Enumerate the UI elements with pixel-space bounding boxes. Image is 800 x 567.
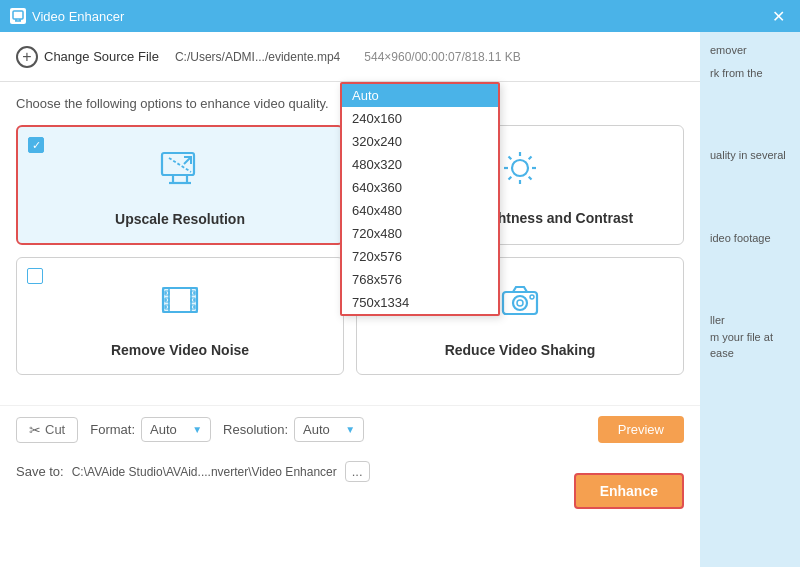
upscale-label: Upscale Resolution xyxy=(30,211,330,227)
dropdown-item-240x160[interactable]: 240x160 xyxy=(342,107,498,130)
preview-button[interactable]: Preview xyxy=(598,416,684,443)
change-source-label: Change Source File xyxy=(44,49,159,64)
resolution-value: Auto xyxy=(303,422,330,437)
format-select[interactable]: Auto ▼ xyxy=(141,417,211,442)
resolution-group: Resolution: Auto ▼ xyxy=(223,417,364,442)
file-meta: 544×960/00:00:07/818.11 KB xyxy=(364,50,520,64)
svg-line-18 xyxy=(509,176,512,179)
svg-point-36 xyxy=(517,300,523,306)
dropdown-item-480x320[interactable]: 480x320 xyxy=(342,153,498,176)
save-path: C:\AVAide Studio\AVAid....nverter\Video … xyxy=(72,465,337,479)
save-to-label: Save to: xyxy=(16,464,64,479)
right-panel-text6: m your file at xyxy=(710,329,790,346)
resolution-select[interactable]: Auto ▼ xyxy=(294,417,364,442)
plus-icon: + xyxy=(16,46,38,68)
chevron-down-icon-res: ▼ xyxy=(345,424,355,435)
dropdown-item-640x360[interactable]: 640x360 xyxy=(342,176,498,199)
svg-line-15 xyxy=(509,156,512,159)
noise-label: Remove Video Noise xyxy=(29,342,331,358)
format-value: Auto xyxy=(150,422,177,437)
cut-label: Cut xyxy=(45,422,65,437)
dropdown-item-750x1334[interactable]: 750x1334 xyxy=(342,291,498,314)
bottom-bar: ✂ Cut Format: Auto ▼ Resolution: Auto ▼ … xyxy=(0,405,700,453)
enhance-button[interactable]: Enhance xyxy=(574,473,684,509)
dropdown-item-768x576[interactable]: 768x576 xyxy=(342,268,498,291)
svg-line-9 xyxy=(184,157,191,164)
scissors-icon: ✂ xyxy=(29,422,41,438)
dropdown-item-720x480[interactable]: 720x480 xyxy=(342,222,498,245)
shaking-label: Reduce Video Shaking xyxy=(369,342,671,358)
enhance-btn-container: Enhance xyxy=(574,473,684,509)
format-group: Format: Auto ▼ xyxy=(90,417,211,442)
format-label: Format: xyxy=(90,422,135,437)
right-panel: emover rk from the uality in several ide… xyxy=(700,32,800,567)
title-bar-left: Video Enhancer xyxy=(10,8,124,24)
noise-icon-area xyxy=(29,274,331,334)
resolution-dropdown[interactable]: Auto 240x160 320x240 480x320 640x360 640… xyxy=(340,82,500,316)
close-button[interactable]: ✕ xyxy=(766,4,790,28)
right-panel-text3: uality in several xyxy=(710,147,790,164)
browse-button[interactable]: ... xyxy=(345,461,370,482)
toolbar: + Change Source File C:/Users/ADMI.../ev… xyxy=(0,32,700,82)
option-noise[interactable]: Remove Video Noise xyxy=(16,257,344,375)
film-icon xyxy=(158,278,202,331)
dropdown-item-720x576[interactable]: 720x576 xyxy=(342,245,498,268)
checkbox-upscale[interactable] xyxy=(28,137,44,153)
upscale-icon-area xyxy=(30,143,330,203)
change-source-button[interactable]: + Change Source File xyxy=(16,46,159,68)
cut-button[interactable]: ✂ Cut xyxy=(16,417,78,443)
title-bar: Video Enhancer ✕ xyxy=(0,0,800,32)
resolution-label: Resolution: xyxy=(223,422,288,437)
svg-rect-0 xyxy=(13,11,23,19)
right-panel-text5: ller xyxy=(710,312,790,329)
checkbox-noise[interactable] xyxy=(27,268,43,284)
right-panel-text4: ideo footage xyxy=(710,230,790,247)
camera-icon xyxy=(498,278,542,331)
file-path: C:/Users/ADMI.../evidente.mp4 xyxy=(175,50,340,64)
right-panel-text7: ease xyxy=(710,345,790,362)
app-title: Video Enhancer xyxy=(32,9,124,24)
monitor-icon xyxy=(158,147,202,200)
dropdown-item-640x480[interactable]: 640x480 xyxy=(342,199,498,222)
right-panel-text1: emover xyxy=(710,42,790,59)
right-panel-text2: rk from the xyxy=(710,65,790,82)
main-window: + Change Source File C:/Users/ADMI.../ev… xyxy=(0,32,700,567)
svg-point-10 xyxy=(512,160,528,176)
dropdown-item-auto[interactable]: Auto xyxy=(342,84,498,107)
chevron-down-icon: ▼ xyxy=(192,424,202,435)
svg-line-16 xyxy=(529,176,532,179)
option-upscale[interactable]: Upscale Resolution xyxy=(16,125,344,245)
dropdown-item-320x240[interactable]: 320x240 xyxy=(342,130,498,153)
svg-point-37 xyxy=(530,295,534,299)
svg-point-35 xyxy=(513,296,527,310)
svg-line-17 xyxy=(529,156,532,159)
app-icon xyxy=(10,8,26,24)
brightness-icon xyxy=(498,146,542,199)
